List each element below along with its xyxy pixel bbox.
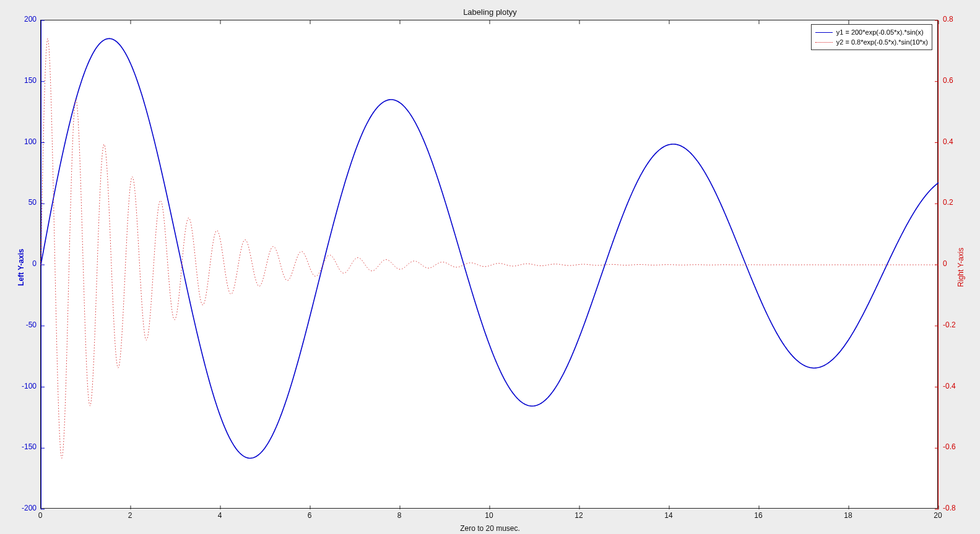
- left-y-tick-label: 0: [32, 259, 37, 268]
- right-y-tick-label: 0.2: [943, 198, 953, 207]
- left-y-tick-label: -100: [22, 382, 37, 390]
- right-y-tick-label: -0.4: [943, 382, 956, 390]
- series-y2: [41, 38, 939, 458]
- x-tick-label: 16: [754, 511, 762, 520]
- x-tick-label: 2: [128, 511, 132, 520]
- x-axis-label: Zero to 20 musec.: [0, 524, 980, 533]
- right-y-tick-label: -0.8: [943, 504, 956, 512]
- left-y-tick-label: 150: [24, 76, 37, 85]
- legend-label: y1 = 200*exp(-0.05*x).*sin(x): [836, 27, 924, 37]
- left-y-tick-label: 50: [28, 198, 37, 207]
- x-tick-label: 6: [308, 511, 312, 520]
- chart-title: Labeling plotyy: [0, 7, 980, 17]
- legend-entry[interactable]: y1 = 200*exp(-0.05*x).*sin(x): [815, 27, 928, 37]
- left-y-axis-label: Left Y-axis: [17, 249, 25, 286]
- left-y-tick-label: 200: [24, 15, 37, 24]
- figure-window: Labeling plotyy Left Y-axis Right Y-axis…: [0, 0, 980, 534]
- x-tick-label: 18: [844, 511, 852, 520]
- plot-area[interactable]: y1 = 200*exp(-0.05*x).*sin(x)y2 = 0.8*ex…: [40, 20, 938, 509]
- right-y-tick-label: 0.6: [943, 76, 953, 85]
- x-tick-label: 4: [218, 511, 222, 520]
- x-tick-label: 12: [575, 511, 583, 520]
- legend-swatch: [815, 32, 833, 33]
- x-tick-label: 8: [397, 511, 402, 520]
- x-tick-label: 10: [485, 511, 493, 520]
- legend-entry[interactable]: y2 = 0.8*exp(-0.5*x).*sin(10*x): [815, 37, 928, 47]
- legend-label: y2 = 0.8*exp(-0.5*x).*sin(10*x): [836, 37, 928, 47]
- right-y-tick-label: 0.8: [943, 15, 953, 24]
- right-y-tick-label: 0.4: [943, 137, 953, 146]
- left-y-tick-label: 100: [24, 137, 37, 146]
- legend-swatch: [815, 42, 833, 43]
- left-y-tick-label: -200: [22, 504, 37, 512]
- series-y1: [41, 38, 939, 458]
- right-y-tick-label: -0.2: [943, 321, 956, 329]
- x-tick-label: 0: [38, 511, 43, 520]
- x-tick-label: 14: [664, 511, 672, 520]
- left-y-tick-label: -50: [26, 321, 37, 329]
- right-y-tick-label: -0.6: [943, 442, 956, 451]
- right-y-tick-label: 0: [943, 259, 947, 268]
- right-y-axis-label: Right Y-axis: [956, 248, 965, 286]
- left-y-tick-label: -150: [22, 442, 37, 451]
- plot-canvas: [41, 20, 939, 509]
- x-tick-label: 20: [934, 511, 942, 520]
- legend[interactable]: y1 = 200*exp(-0.05*x).*sin(x)y2 = 0.8*ex…: [811, 24, 932, 50]
